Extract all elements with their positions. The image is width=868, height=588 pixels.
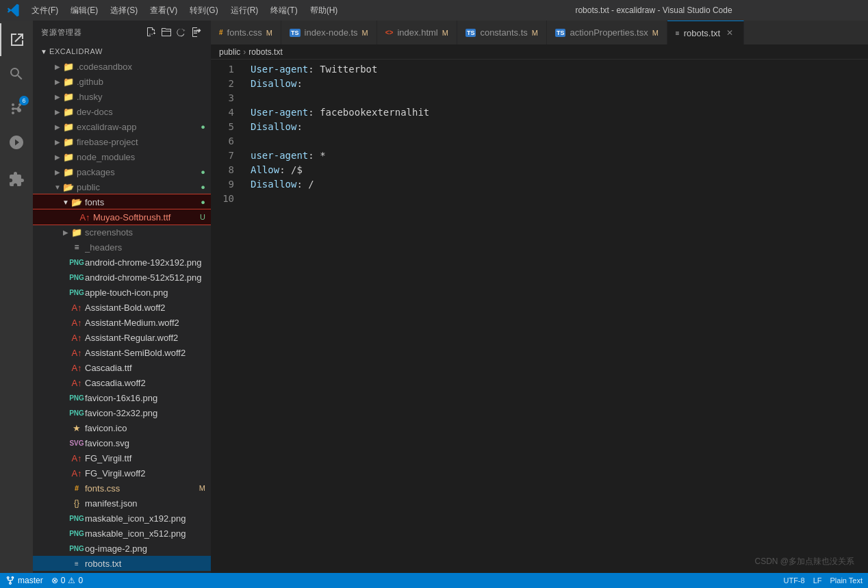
- activity-extensions[interactable]: [0, 163, 33, 196]
- language-mode-status[interactable]: Plain Text: [830, 576, 863, 585]
- menu-view[interactable]: 查看(V): [144, 3, 183, 18]
- code-content[interactable]: User-agent: Twitterbot Disallow: User-ag…: [245, 60, 868, 573]
- no-arrow: [60, 242, 71, 253]
- tab-robots-txt[interactable]: ≡ robots.txt ✕: [667, 21, 744, 44]
- activity-search[interactable]: [0, 57, 33, 90]
- font-file-icon: A↑: [71, 468, 82, 478]
- file-name: android-chrome-192x192.png: [85, 257, 211, 268]
- tree-item-maskable-512[interactable]: PNG maskable_icon_x512.png: [33, 526, 211, 541]
- tree-item-fonts[interactable]: ▼ 📂 fonts ●: [33, 194, 211, 209]
- menu-select[interactable]: 选择(S): [105, 3, 143, 18]
- tree-item-public[interactable]: ▼ 📂 public ●: [33, 179, 211, 194]
- tab-constants-ts[interactable]: TS constants.ts M: [457, 21, 547, 44]
- tree-item-favicon-svg[interactable]: SVG favicon.svg: [33, 435, 211, 450]
- file-name: dev-docs: [77, 107, 211, 117]
- git-branch-status[interactable]: master: [5, 576, 43, 585]
- tab-modified-badge: M: [362, 29, 368, 37]
- no-arrow: [60, 483, 71, 494]
- folder-arrow: ▼: [60, 196, 71, 207]
- tree-item-og-image[interactable]: PNG og-image-2.png: [33, 541, 211, 556]
- activity-explorer[interactable]: [0, 23, 33, 56]
- tree-item-fgvirgil-woff2[interactable]: A↑ FG_Virgil.woff2: [33, 465, 211, 481]
- tree-item-favicon-ico[interactable]: ★ favicon.ico: [33, 420, 211, 435]
- tab-close-button[interactable]: ✕: [724, 27, 735, 38]
- tree-item-favicon-16[interactable]: PNG favicon-16x16.png: [33, 390, 211, 405]
- file-name: favicon.svg: [85, 438, 211, 448]
- tree-item-headers[interactable]: ≡ _headers: [33, 240, 211, 255]
- tree-item-screenshots[interactable]: ▶ 📁 screenshots: [33, 225, 211, 240]
- folder-arrow: ▶: [52, 61, 63, 72]
- tree-item-dev-docs[interactable]: ▶ 📁 dev-docs: [33, 104, 211, 119]
- txt-lang-icon: ≡: [676, 29, 680, 37]
- new-folder-icon[interactable]: [160, 26, 173, 38]
- folder-icon: 📁: [63, 91, 74, 102]
- tree-item-maskable-192[interactable]: PNG maskable_icon_x192.png: [33, 511, 211, 526]
- tree-item-muyao[interactable]: A↑ Muyao-Softbrush.ttf U: [33, 209, 211, 225]
- menu-terminal[interactable]: 终端(T): [265, 3, 303, 18]
- file-name: og-image-2.png: [85, 544, 211, 554]
- tree-item-codesandbox[interactable]: ▶ 📁 .codesandbox: [33, 59, 211, 74]
- errors-status[interactable]: ⊗ 0 ⚠ 0: [51, 576, 83, 585]
- tree-item-fonts-css[interactable]: # fonts.css M: [33, 481, 211, 496]
- tree-item-apple-touch[interactable]: PNG apple-touch-icon.png: [33, 285, 211, 300]
- menu-goto[interactable]: 转到(G): [184, 3, 223, 18]
- activity-source-control[interactable]: 6: [0, 92, 33, 125]
- tree-item-packages[interactable]: ▶ 📁 packages ●: [33, 164, 211, 179]
- file-name: FG_Virgil.woff2: [85, 468, 211, 478]
- file-name: Assistant-Medium.woff2: [85, 318, 211, 328]
- tab-label: constants.ts: [480, 27, 527, 38]
- file-name: public: [77, 182, 201, 192]
- breadcrumb-public[interactable]: public: [219, 47, 240, 57]
- file-badge: U: [200, 213, 205, 221]
- tree-item-manifest[interactable]: {} manifest.json: [33, 496, 211, 511]
- file-badge: ●: [201, 168, 205, 176]
- activity-run[interactable]: [0, 126, 33, 159]
- menu-file[interactable]: 文件(F): [26, 3, 64, 18]
- tree-item-cascadia-ttf[interactable]: A↑ Cascadia.ttf: [33, 360, 211, 375]
- menu-help[interactable]: 帮助(H): [305, 3, 344, 18]
- tab-fonts-css[interactable]: # fonts.css M: [211, 21, 281, 44]
- tree-item-fgvirgil-ttf[interactable]: A↑ FG_Virgil.ttf: [33, 450, 211, 465]
- tree-item-husky[interactable]: ▶ 📁 .husky: [33, 89, 211, 104]
- font-file-icon: A↑: [79, 212, 90, 222]
- tree-root[interactable]: ▼ EXCALIDRAW: [33, 44, 211, 59]
- breadcrumb-file: robots.txt: [248, 47, 282, 57]
- tab-index-html[interactable]: <> index.html M: [377, 21, 457, 44]
- tree-item-android-192[interactable]: PNG android-chrome-192x192.png: [33, 255, 211, 270]
- encoding-status[interactable]: UTF-8: [783, 576, 804, 585]
- file-name: favicon-16x16.png: [85, 393, 211, 403]
- png-file-icon: PNG: [71, 392, 82, 403]
- file-name: Assistant-SemiBold.woff2: [85, 348, 211, 358]
- file-name: FG_Virgil.ttf: [85, 453, 211, 463]
- tree-item-assistant-semibold[interactable]: A↑ Assistant-SemiBold.woff2: [33, 345, 211, 360]
- line-ending-status[interactable]: LF: [813, 576, 822, 585]
- no-arrow: [60, 558, 71, 569]
- folder-icon: 📁: [63, 166, 74, 177]
- menu-edit[interactable]: 编辑(E): [65, 3, 103, 18]
- tree-item-github[interactable]: ▶ 📁 .github: [33, 74, 211, 89]
- no-arrow: [60, 332, 71, 343]
- tree-item-favicon-32[interactable]: PNG favicon-32x32.png: [33, 405, 211, 420]
- new-file-icon[interactable]: [145, 26, 157, 38]
- tree-item-assistant-medium[interactable]: A↑ Assistant-Medium.woff2: [33, 315, 211, 330]
- menu-run[interactable]: 运行(R): [225, 3, 264, 18]
- css-lang-icon: #: [219, 29, 223, 36]
- png-file-icon: PNG: [71, 513, 82, 524]
- collapse-all-icon[interactable]: [190, 26, 203, 38]
- tree-item-excalidraw-app[interactable]: ▶ 📁 excalidraw-app ●: [33, 119, 211, 134]
- tree-item-assistant-regular[interactable]: A↑ Assistant-Regular.woff2: [33, 330, 211, 345]
- file-name: robots.txt: [85, 559, 211, 569]
- font-file-icon: A↑: [71, 317, 82, 328]
- code-editor[interactable]: 1 2 3 4 5 6 7 8 9 10 User-agent: Twitter…: [211, 60, 868, 573]
- tree-item-node-modules[interactable]: ▶ 📁 node_modules: [33, 149, 211, 164]
- tree-item-service-worker[interactable]: JS service-worker.js: [33, 571, 211, 573]
- tree-item-robots[interactable]: ≡ robots.txt: [33, 556, 211, 571]
- folder-icon: 📁: [63, 136, 74, 147]
- tab-action-properties[interactable]: TS actionProperties.tsx M: [547, 21, 667, 44]
- tree-item-firebase[interactable]: ▶ 📁 firebase-project: [33, 134, 211, 149]
- tree-item-assistant-bold[interactable]: A↑ Assistant-Bold.woff2: [33, 300, 211, 315]
- tree-item-cascadia-woff2[interactable]: A↑ Cascadia.woff2: [33, 375, 211, 390]
- refresh-icon[interactable]: [175, 26, 188, 38]
- tab-index-node-ts[interactable]: TS index-node.ts M: [281, 21, 377, 44]
- tree-item-android-512[interactable]: PNG android-chrome-512x512.png: [33, 270, 211, 285]
